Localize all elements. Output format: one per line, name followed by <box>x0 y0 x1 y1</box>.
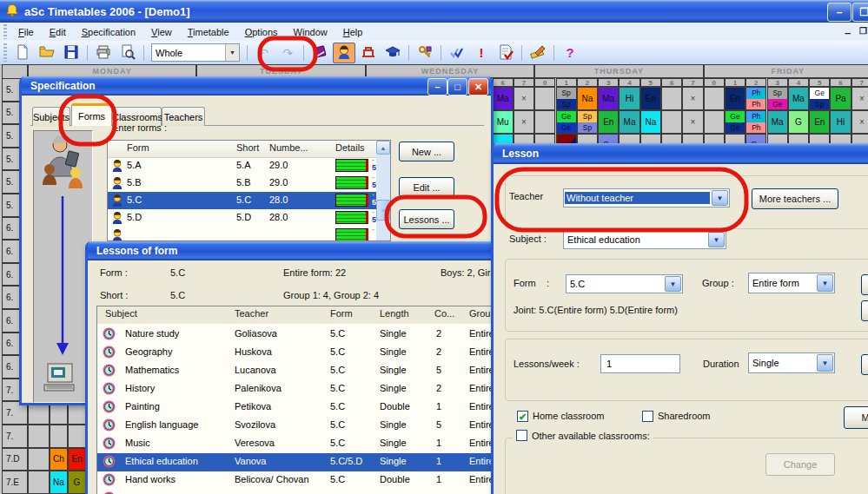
menu-item-timetable[interactable]: Timetable <box>180 23 237 41</box>
timetable-cell[interactable]: Ma <box>493 87 514 110</box>
menu-drag-grip[interactable] <box>3 24 7 39</box>
timetable-cell[interactable] <box>704 110 725 134</box>
print-toolbar-button[interactable] <box>92 43 115 63</box>
edit-button[interactable]: Edit ... <box>399 177 454 197</box>
column-header-short[interactable]: Short <box>236 142 259 153</box>
scroll-up-icon[interactable]: ▲ <box>376 141 390 155</box>
clipped-button-3[interactable] <box>861 354 868 375</box>
save-toolbar-button[interactable] <box>60 43 83 63</box>
timetable-cell[interactable]: En <box>725 87 745 110</box>
chevron-down-icon[interactable]: ▼ <box>708 232 725 247</box>
classrooms-desk-toolbar-button[interactable] <box>357 43 380 63</box>
print-preview-toolbar-button[interactable] <box>116 43 139 63</box>
more-teachers-button[interactable]: More teachers ... <box>752 188 838 209</box>
timetable-cell[interactable] <box>661 110 682 134</box>
form-select[interactable]: 5.C ▼ <box>566 274 683 293</box>
column-header-form[interactable]: Form <box>330 308 353 319</box>
timetable-cell[interactable]: En <box>640 87 661 110</box>
timetable-cell[interactable]: Ma <box>767 110 788 134</box>
menu-item-help[interactable]: Help <box>335 23 371 41</box>
forms-list-row[interactable]: 5.C5.C28.0-5 <box>108 192 390 209</box>
timetable-cell[interactable]: Ch <box>50 448 68 471</box>
chevron-down-icon[interactable]: ▼ <box>712 190 728 206</box>
timetable-cell[interactable]: × <box>682 87 703 110</box>
keychain-toolbar-button[interactable] <box>414 43 436 63</box>
clipped-button-2[interactable] <box>861 300 868 321</box>
timetable-cell[interactable] <box>534 110 555 134</box>
tab-classrooms[interactable]: Classrooms <box>113 107 162 126</box>
tab-forms[interactable]: Forms <box>71 103 112 126</box>
timetable-cell[interactable]: Ma <box>598 87 619 110</box>
timetable-cell[interactable]: SpGe <box>767 87 788 110</box>
timetable-cell[interactable]: Na <box>640 110 661 134</box>
help-question-toolbar-button[interactable]: ? <box>559 43 581 63</box>
tab-teachers[interactable]: Teachers <box>162 107 205 126</box>
forms-list-row[interactable]: - <box>108 227 390 241</box>
timetable-cell[interactable]: Na <box>577 87 598 110</box>
timetable-cell[interactable]: GeSp <box>809 87 830 110</box>
menu-item-view[interactable]: View <box>143 23 180 41</box>
lessons-button[interactable]: Lessons ... <box>399 209 454 229</box>
clipped-button-1[interactable] <box>861 274 868 295</box>
chevron-down-icon[interactable]: ▼ <box>817 354 833 372</box>
column-header-co[interactable]: Co... <box>434 308 454 319</box>
duration-select[interactable]: Single ▼ <box>748 352 835 373</box>
scroll-thumb[interactable]: ≡ <box>376 200 390 221</box>
timetable-cell[interactable]: GeGe <box>725 110 745 134</box>
chevron-down-icon[interactable]: ▼ <box>817 274 833 292</box>
ruler-pencil-toolbar-button[interactable] <box>527 43 549 63</box>
timetable-cell[interactable]: Na <box>50 471 68 494</box>
new-button[interactable]: New ... <box>399 142 454 161</box>
timetable-cell[interactable]: SpSp <box>556 87 577 110</box>
column-header-teacher[interactable]: Teacher <box>235 308 268 319</box>
timetable-cell[interactable] <box>704 87 725 110</box>
chevron-down-icon[interactable]: ▼ <box>665 276 681 292</box>
more-button-clipped[interactable]: M <box>844 406 868 429</box>
teachers-cap-toolbar-button[interactable] <box>381 43 404 63</box>
mdi-minimize-button[interactable]: – <box>845 26 851 39</box>
timetable-cell[interactable]: PhPh <box>745 87 766 110</box>
timetable-cell[interactable]: En <box>598 110 619 134</box>
view-select[interactable]: Whole▼ <box>151 43 240 62</box>
grid-empty-cell[interactable] <box>68 425 86 448</box>
menu-item-window[interactable]: Window <box>286 23 335 41</box>
grid-empty-cell[interactable] <box>50 425 68 448</box>
verify-check-toolbar-button[interactable] <box>446 43 468 63</box>
timetable-cell[interactable]: Ma <box>619 110 639 134</box>
lessons-week-input[interactable]: 1 <box>600 354 680 373</box>
timetable-cell[interactable]: GeGe <box>556 110 577 134</box>
redo-toolbar-button[interactable]: ↷ <box>276 43 299 63</box>
menu-item-options[interactable]: Options <box>237 23 286 41</box>
sharedroom-checkbox[interactable] <box>642 411 653 422</box>
timetable-cell[interactable] <box>534 87 555 110</box>
column-header-details[interactable]: Details <box>335 142 365 153</box>
spec-close-button[interactable]: ✕ <box>468 78 488 96</box>
timetable-cell[interactable]: G <box>68 471 86 494</box>
grid-empty-cell[interactable] <box>28 448 50 471</box>
timetable-cell[interactable] <box>661 87 682 110</box>
undo-toolbar-button[interactable]: ↶ <box>252 43 275 63</box>
report-check-toolbar-button[interactable] <box>494 43 517 63</box>
grid-empty-cell[interactable] <box>28 425 50 448</box>
menu-item-file[interactable]: File <box>10 23 42 41</box>
forms-list-row[interactable]: 5.A5.A29.0-5 <box>108 157 390 175</box>
column-header-form[interactable]: Form <box>127 142 149 153</box>
open-folder-toolbar-button[interactable] <box>36 43 58 63</box>
minimize-button[interactable]: – <box>827 3 851 22</box>
tab-subjects[interactable]: Subjects <box>32 107 70 126</box>
timetable-cell[interactable]: × <box>514 110 534 134</box>
teacher-select[interactable]: Without teacher ▼ <box>563 188 730 207</box>
subject-select[interactable]: Ethical education ▼ <box>563 230 726 249</box>
timetable-cell[interactable]: Hi <box>619 87 639 110</box>
timetable-cell[interactable]: × <box>514 87 534 110</box>
menu-item-edit[interactable]: Edit <box>42 23 74 41</box>
timetable-cell[interactable]: PhPh <box>745 110 766 134</box>
spec-minimize-button[interactable]: – <box>427 78 447 96</box>
timetable-cell[interactable]: Hi <box>830 110 851 134</box>
timetable-cell[interactable]: × <box>851 87 868 110</box>
timetable-cell[interactable]: Mu <box>493 110 514 134</box>
timetable-cell[interactable]: En <box>68 448 86 471</box>
group-select[interactable]: Entire form ▼ <box>748 273 835 293</box>
timetable-cell[interactable]: × <box>682 110 703 134</box>
timetable-cell[interactable]: SpSp <box>577 110 598 134</box>
